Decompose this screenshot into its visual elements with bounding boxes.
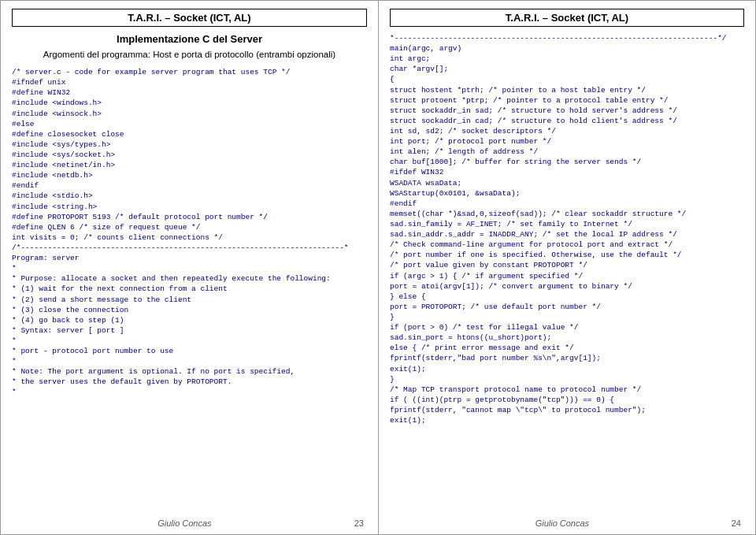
left-code-block: /* server.c - code for example server pr… [12,67,367,515]
right-footer-author: Giulio Concas [393,518,732,528]
right-code-block: *---------------------------------------… [390,33,744,515]
page: T.A.R.I. – Socket (ICT, AL) Implementazi… [0,0,756,535]
right-panel-title: T.A.R.I. – Socket (ICT, AL) [390,9,744,27]
left-footer-author: Giulio Concas [15,518,354,528]
right-panel: T.A.R.I. – Socket (ICT, AL) *-----------… [378,0,756,535]
left-footer: Giulio Concas 23 [12,518,367,528]
right-footer-page: 24 [732,518,741,528]
left-footer-page: 23 [354,518,364,528]
left-panel-subtitle: Implementazione C del Server [12,33,367,45]
left-panel: T.A.R.I. – Socket (ICT, AL) Implementazi… [0,0,378,535]
right-footer: Giulio Concas 24 [390,518,744,528]
left-panel-title: T.A.R.I. – Socket (ICT, AL) [12,9,367,27]
left-panel-desc: Argomenti del programma: Host e porta di… [12,48,367,61]
